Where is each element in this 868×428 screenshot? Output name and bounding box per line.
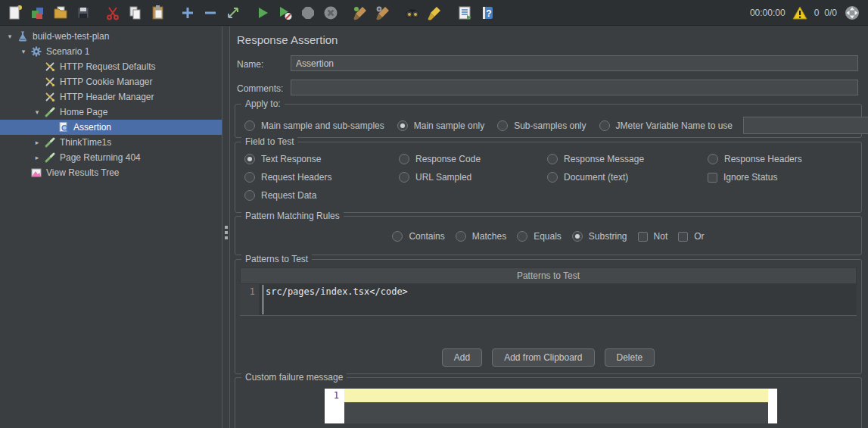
- radio-response-headers[interactable]: Response Headers: [708, 154, 861, 164]
- assertion-icon: [58, 121, 70, 133]
- splitter-grip-icon[interactable]: [225, 223, 228, 242]
- expander-down-icon[interactable]: ▾: [30, 108, 44, 116]
- help-icon[interactable]: ?: [478, 3, 497, 23]
- radio-icon[interactable]: [547, 172, 558, 183]
- jmeter-variable-input[interactable]: [743, 117, 868, 134]
- radio-response-code[interactable]: Response Code: [399, 154, 547, 164]
- pattern-value[interactable]: src/pages/index.tsx</code>: [260, 284, 857, 315]
- radio-icon[interactable]: [517, 231, 527, 242]
- tree-item-label: HTTP Request Defaults: [60, 61, 156, 72]
- current-line-highlight[interactable]: [344, 389, 768, 402]
- tree-item-thread-group[interactable]: ▾ Scenario 1: [0, 44, 222, 59]
- subtract-icon[interactable]: [201, 3, 220, 23]
- radio-icon[interactable]: [497, 120, 508, 131]
- patterns-table: Patterns to Test 1 src/pages/index.tsx</…: [240, 267, 857, 316]
- name-input[interactable]: [291, 55, 858, 71]
- radio-request-headers[interactable]: Request Headers: [244, 172, 399, 183]
- clear-icon[interactable]: [350, 3, 370, 23]
- checkbox-not[interactable]: Not: [638, 231, 668, 242]
- radio-icon[interactable]: [399, 154, 409, 164]
- start-no-pauses-icon[interactable]: [275, 3, 295, 23]
- radio-document-text[interactable]: Document (text): [547, 172, 708, 183]
- checkbox-ignore-status[interactable]: Ignore Status: [708, 172, 861, 183]
- test-plan-tree: ▾ build-web-test-plan ▾ Scenario 1 HTTP …: [0, 27, 222, 428]
- comments-input[interactable]: [291, 80, 858, 95]
- expander-down-icon[interactable]: ▾: [3, 33, 17, 40]
- expander-down-icon[interactable]: ▾: [17, 48, 30, 55]
- editor-scrollbar[interactable]: [768, 389, 777, 423]
- tree-item-view-results-tree[interactable]: View Results Tree: [0, 165, 222, 180]
- radio-contains[interactable]: Contains: [392, 231, 444, 242]
- delete-button[interactable]: Delete: [605, 348, 655, 367]
- radio-jmeter-variable-name[interactable]: JMeter Variable Name to use: [599, 120, 733, 131]
- radio-icon[interactable]: [399, 172, 409, 183]
- radio-selected-icon[interactable]: [397, 120, 408, 131]
- search-icon[interactable]: [403, 3, 422, 23]
- add-button[interactable]: Add: [442, 348, 482, 367]
- radio-selected-icon[interactable]: [572, 231, 583, 242]
- radio-substring[interactable]: Substring: [572, 231, 627, 242]
- radio-icon[interactable]: [244, 172, 255, 183]
- add-icon[interactable]: [178, 3, 198, 23]
- radio-icon[interactable]: [456, 231, 466, 242]
- radio-main-sample-only[interactable]: Main sample only: [397, 120, 484, 131]
- pattern-row[interactable]: 1 src/pages/index.tsx</code>: [240, 284, 857, 316]
- sampler-icon: [44, 106, 56, 118]
- copy-icon[interactable]: [126, 3, 145, 23]
- add-from-clipboard-button[interactable]: Add from Clipboard: [492, 348, 594, 367]
- stop-icon[interactable]: [298, 3, 318, 23]
- toggle-icon[interactable]: [223, 3, 243, 23]
- radio-icon[interactable]: [708, 154, 718, 164]
- checkbox-or[interactable]: Or: [678, 231, 704, 242]
- cut-icon[interactable]: [103, 3, 123, 23]
- clear-all-icon[interactable]: [373, 3, 393, 23]
- svg-text:?: ?: [486, 8, 491, 19]
- checkbox-icon[interactable]: [678, 232, 688, 242]
- radio-icon[interactable]: [244, 190, 255, 201]
- radio-text-response[interactable]: Text Response: [244, 154, 399, 164]
- radio-url-sampled[interactable]: URL Sampled: [399, 172, 547, 183]
- radio-icon[interactable]: [599, 120, 610, 131]
- tree-item-home-page[interactable]: ▾ Home Page: [0, 105, 222, 120]
- open-file-icon[interactable]: [51, 3, 70, 23]
- save-icon[interactable]: [73, 3, 93, 23]
- tree-item-thinktime1s[interactable]: ▸ ThinkTime1s: [0, 135, 222, 150]
- radio-main-sample-and-sub-samples[interactable]: Main sample and sub-samples: [244, 120, 384, 131]
- radio-response-message[interactable]: Response Message: [547, 154, 708, 164]
- start-icon[interactable]: [253, 3, 272, 23]
- tree-item-test-plan[interactable]: ▾ build-web-test-plan: [0, 29, 222, 44]
- radio-matches[interactable]: Matches: [456, 231, 506, 242]
- radio-equals[interactable]: Equals: [517, 231, 562, 242]
- tree-main-splitter[interactable]: [222, 27, 230, 428]
- checkbox-icon[interactable]: [638, 232, 648, 242]
- tree-item-http-request-defaults[interactable]: HTTP Request Defaults: [0, 59, 222, 74]
- patterns-table-header: Patterns to Test: [240, 267, 857, 284]
- radio-icon[interactable]: [547, 154, 558, 164]
- radio-icon[interactable]: [392, 231, 403, 242]
- tree-item-page-returning-404[interactable]: ▸ Page Returning 404: [0, 150, 222, 165]
- templates-icon[interactable]: [28, 3, 48, 23]
- function-helper-icon[interactable]: [455, 3, 474, 23]
- elapsed-timer: 00:00:00: [750, 8, 786, 18]
- warning-indicator-icon[interactable]: [792, 5, 807, 20]
- tree-item-label: Scenario 1: [46, 46, 89, 57]
- tree-item-label: View Results Tree: [46, 167, 120, 178]
- checkbox-icon[interactable]: [708, 173, 717, 183]
- expander-right-icon[interactable]: ▸: [30, 139, 44, 146]
- tree-item-http-header-manager[interactable]: HTTP Header Manager: [0, 89, 222, 105]
- paste-icon[interactable]: [148, 3, 168, 23]
- search-reset-icon[interactable]: [425, 3, 445, 23]
- radio-request-data[interactable]: Request Data: [244, 190, 399, 201]
- config-element-icon: [44, 91, 56, 103]
- expander-right-icon[interactable]: ▸: [30, 154, 44, 161]
- tree-item-assertion[interactable]: Assertion: [0, 120, 222, 135]
- radio-icon[interactable]: [244, 120, 255, 131]
- radio-selected-icon[interactable]: [244, 154, 255, 164]
- remote-start-icon[interactable]: [844, 5, 860, 21]
- shutdown-icon[interactable]: [321, 3, 341, 23]
- toolbar: ? 00:00:00 0 0/0: [0, 0, 868, 26]
- radio-sub-samples-only[interactable]: Sub-samples only: [497, 120, 586, 131]
- tree-item-http-cookie-manager[interactable]: HTTP Cookie Manager: [0, 74, 222, 89]
- new-file-icon[interactable]: [5, 3, 25, 23]
- custom-failure-editor[interactable]: 1: [325, 389, 777, 423]
